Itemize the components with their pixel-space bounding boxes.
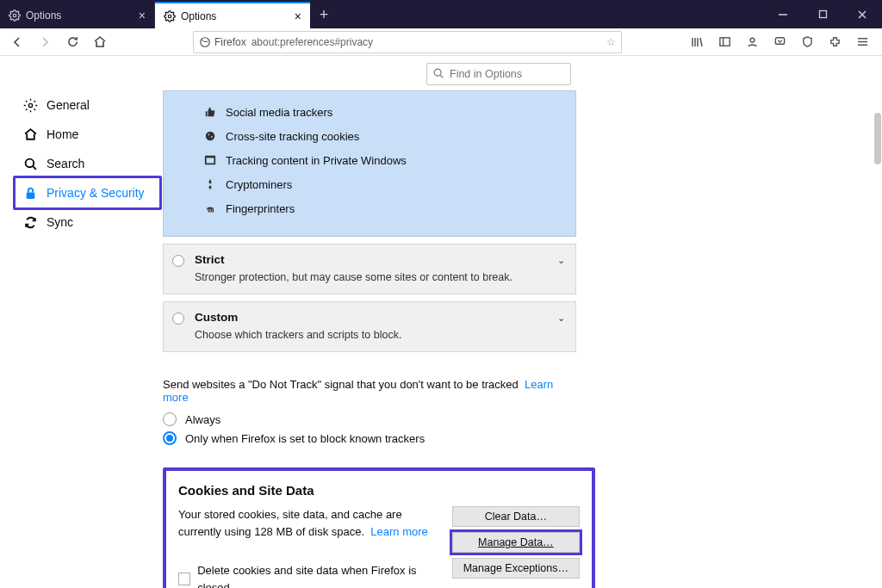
cookies-heading: Cookies and Site Data [178, 483, 580, 498]
sidebar-item-home[interactable]: Home [19, 120, 159, 149]
extension-icon[interactable] [823, 30, 846, 54]
svg-line-19 [440, 75, 443, 77]
radio-label: Only when Firefox is set to block known … [185, 432, 425, 445]
option-desc: Stronger protection, but may cause some … [195, 271, 563, 283]
nav-toolbar: Firefox about:preferences#privacy ☆ [0, 28, 882, 56]
checkbox-label: Delete cookies and site data when Firefo… [197, 562, 437, 588]
clear-data-button[interactable]: Clear Data… [452, 506, 580, 527]
gear-icon [22, 97, 38, 113]
identity-box[interactable]: Firefox [199, 36, 246, 48]
url-text: about:preferences#privacy [252, 36, 373, 48]
gear-icon [9, 9, 21, 22]
protection-strict-panel[interactable]: Strict Stronger protection, but may caus… [163, 244, 576, 294]
titlebar: Options × Options × + [0, 0, 882, 28]
minimize-button[interactable] [763, 0, 803, 28]
thumbs-icon [203, 105, 217, 119]
search-icon [22, 156, 38, 171]
tracker-private: Tracking content in Private Windows [164, 148, 575, 172]
sidebar-item-label: Sync [47, 215, 73, 229]
dnt-radio-always[interactable]: Always [163, 412, 576, 426]
checkbox[interactable] [178, 573, 190, 585]
manage-exceptions-button[interactable]: Manage Exceptions… [452, 558, 580, 579]
tracker-social: Social media trackers [164, 100, 575, 124]
tab-options-inactive[interactable]: Options × [0, 2, 155, 28]
tab-options-active[interactable]: Options × [155, 2, 310, 28]
chevron-down-icon[interactable]: ⌄ [557, 255, 565, 266]
close-icon[interactable]: × [295, 10, 301, 22]
svg-point-0 [13, 14, 16, 17]
radio-strict[interactable] [172, 255, 184, 267]
url-bar[interactable]: Firefox about:preferences#privacy ☆ [193, 31, 622, 53]
firefox-icon [199, 36, 211, 48]
svg-point-21 [208, 133, 209, 135]
option-desc: Choose which trackers and scripts to blo… [195, 329, 563, 341]
close-icon[interactable]: × [139, 9, 146, 22]
svg-point-9 [750, 38, 755, 42]
home-button[interactable] [88, 30, 112, 54]
fingerprint-icon [203, 201, 217, 215]
svg-point-20 [206, 132, 215, 141]
svg-point-14 [28, 103, 32, 107]
radio-custom[interactable] [172, 313, 184, 325]
bookmark-star-icon[interactable]: ☆ [606, 36, 616, 48]
account-icon[interactable] [741, 30, 763, 54]
option-title: Custom [195, 311, 563, 324]
cookie-icon [203, 129, 217, 143]
sidebar-item-label: General [47, 98, 90, 112]
delete-cookies-checkbox-row[interactable]: Delete cookies and site data when Firefo… [178, 562, 437, 588]
window-controls [763, 0, 882, 28]
svg-rect-10 [775, 38, 784, 45]
search-input[interactable] [426, 63, 571, 85]
radio-icon[interactable] [163, 431, 177, 445]
window-icon [203, 153, 217, 167]
menu-icon[interactable] [851, 30, 873, 54]
search-icon [432, 67, 444, 79]
sidebar-item-label: Search [47, 157, 84, 170]
svg-rect-24 [207, 158, 214, 163]
shield-icon[interactable] [796, 30, 818, 54]
back-button[interactable] [5, 30, 29, 54]
sidebar-item-search[interactable]: Search [19, 149, 159, 178]
manage-data-button[interactable]: Manage Data… [452, 532, 580, 553]
radio-label: Always [185, 413, 220, 426]
sidebar-icon[interactable] [713, 30, 736, 54]
reload-button[interactable] [60, 30, 84, 54]
protection-standard-panel: Social media trackers Cross-site trackin… [163, 90, 576, 237]
sidebar-item-general[interactable]: General [19, 90, 159, 120]
tracker-finger: Fingerprinters [164, 196, 575, 220]
sidebar-item-privacy[interactable]: Privacy & Security [13, 176, 162, 210]
cookies-learn-more-link[interactable]: Learn more [370, 525, 427, 538]
cookies-section: Cookies and Site Data Your stored cookie… [163, 467, 595, 588]
dnt-radio-onlywhen[interactable]: Only when Firefox is set to block known … [163, 431, 576, 445]
sidebar-item-label: Home [47, 127, 78, 141]
scrollbar-thumb[interactable] [874, 113, 881, 164]
close-window-button[interactable] [842, 0, 882, 28]
svg-point-1 [168, 15, 171, 18]
forward-button[interactable] [33, 30, 57, 54]
svg-rect-3 [819, 11, 826, 18]
tracker-crypto: Cryptominers [164, 172, 575, 196]
tab-label: Options [26, 9, 61, 22]
option-title: Strict [195, 253, 563, 266]
new-tab-button[interactable]: + [310, 2, 338, 28]
dnt-text: Send websites a "Do Not Track" signal th… [163, 378, 519, 391]
cookies-desc: Your stored cookies, site data, and cach… [178, 508, 402, 538]
maximize-button[interactable] [803, 0, 842, 28]
svg-rect-7 [719, 38, 729, 46]
radio-icon[interactable] [163, 412, 177, 426]
tracker-cross: Cross-site tracking cookies [164, 124, 575, 148]
svg-rect-17 [26, 192, 34, 198]
protection-custom-panel[interactable]: Custom Choose which trackers and scripts… [163, 301, 576, 352]
chevron-down-icon[interactable]: ⌄ [557, 313, 565, 324]
sidebar-item-sync[interactable]: Sync [19, 207, 159, 237]
gear-icon [164, 10, 176, 22]
library-icon[interactable] [686, 30, 708, 54]
tab-label: Options [181, 10, 216, 22]
svg-line-16 [33, 166, 36, 170]
home-icon [22, 127, 38, 142]
pocket-icon[interactable] [768, 30, 791, 54]
sync-icon [22, 214, 38, 230]
toolbar-right [686, 30, 877, 54]
dnt-section: Send websites a "Do Not Track" signal th… [163, 378, 576, 445]
search-in-options [426, 63, 571, 85]
